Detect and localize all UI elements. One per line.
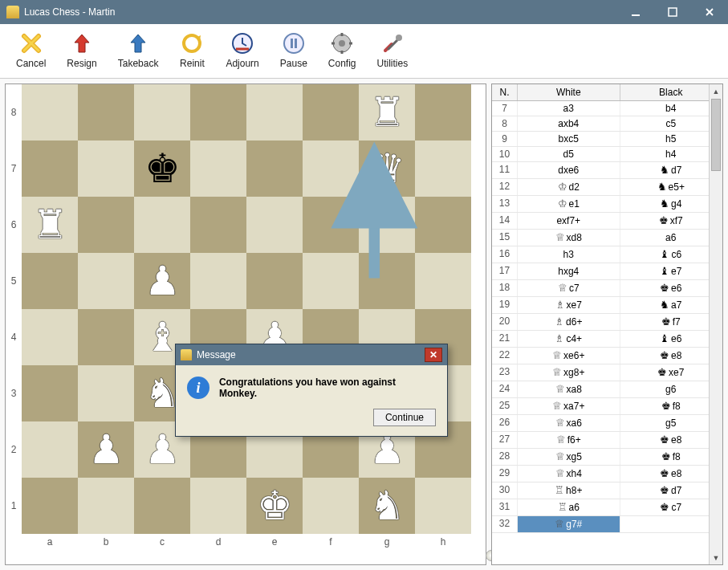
move-white[interactable]: ♕xe6+ — [518, 348, 620, 364]
move-black[interactable]: g6 — [620, 381, 723, 397]
move-row[interactable]: 15♕xd8a6 — [492, 230, 722, 246]
move-white[interactable]: ♕xh4 — [518, 466, 620, 482]
move-white[interactable]: d5 — [518, 147, 620, 161]
piece[interactable]: ♟ — [144, 261, 181, 301]
square-d7[interactable] — [190, 140, 246, 197]
move-black[interactable]: ♚f8 — [620, 398, 723, 414]
move-black[interactable]: ♚f8 — [620, 449, 723, 465]
square-g7[interactable]: ♛ — [359, 140, 415, 197]
square-c5[interactable]: ♟ — [134, 253, 190, 309]
chess-board[interactable]: 8♜7♚♛6♜5♟4♝♟3♞2♟♟♟1♚♞abcdefgh — [5, 83, 486, 565]
piece[interactable]: ♛ — [369, 149, 405, 189]
square-c7[interactable]: ♚ — [134, 140, 190, 197]
utilities-button[interactable]: Utilities — [376, 29, 410, 71]
square-d1[interactable] — [190, 478, 246, 534]
move-black[interactable]: g5 — [620, 415, 723, 431]
pause-button[interactable]: Pause — [279, 29, 309, 71]
move-white[interactable]: ♖a6 — [518, 499, 620, 515]
move-list-body[interactable]: 7a3b48axb4c59bxc5h510d5h411dxe6♞d712♔d2♞… — [492, 101, 722, 564]
move-row[interactable]: 23♕xg8+♚xe7 — [492, 364, 722, 381]
square-b8[interactable] — [78, 84, 134, 140]
continue-button[interactable]: Continue — [373, 409, 436, 426]
square-e1[interactable]: ♚ — [246, 478, 303, 534]
square-c6[interactable] — [134, 197, 190, 253]
move-black[interactable]: ♝e7 — [620, 263, 723, 279]
move-white[interactable]: dxe6 — [518, 162, 620, 178]
move-row[interactable]: 29♕xh4♚e8 — [492, 466, 722, 482]
square-b6[interactable] — [78, 197, 134, 253]
move-row[interactable]: 26♕xa6g5 — [492, 415, 722, 432]
col-n[interactable]: N. — [492, 84, 518, 100]
move-row[interactable]: 8axb4c5 — [492, 116, 722, 132]
move-white[interactable]: axb4 — [518, 116, 620, 131]
move-row[interactable]: 7a3b4 — [492, 101, 722, 116]
maximize-button[interactable] — [654, 1, 691, 23]
move-row[interactable]: 17hxg4♝e7 — [492, 263, 722, 280]
move-row[interactable]: 12♔d2♞e5+ — [492, 179, 722, 196]
move-black[interactable]: ♚xf7 — [620, 213, 723, 229]
square-a2[interactable] — [22, 421, 78, 478]
move-white[interactable]: hxg4 — [518, 263, 620, 279]
square-e8[interactable] — [246, 84, 303, 140]
move-white[interactable]: ♕c7 — [518, 280, 620, 296]
move-white[interactable]: h3 — [518, 246, 620, 263]
dialog-titlebar[interactable]: Message ✕ — [176, 344, 447, 365]
square-h7[interactable] — [415, 140, 471, 197]
move-row[interactable]: 16h3♝c6 — [492, 246, 722, 263]
move-row[interactable]: 31♖a6♚c7 — [492, 499, 722, 516]
square-a5[interactable] — [22, 253, 78, 309]
move-row[interactable]: 27♕f6+♚e8 — [492, 432, 722, 449]
move-white[interactable]: ♕xa8 — [518, 381, 620, 397]
move-row[interactable]: 28♕xg5♚f8 — [492, 449, 722, 466]
move-row[interactable]: 18♕c7♚e6 — [492, 280, 722, 297]
takeback-button[interactable]: Takeback — [116, 29, 161, 71]
move-white[interactable]: ♔d2 — [518, 179, 620, 195]
move-white[interactable]: ♕f6+ — [518, 432, 620, 448]
square-f8[interactable] — [303, 84, 359, 140]
move-row[interactable]: 10d5h4 — [492, 147, 722, 162]
move-white[interactable]: ♕g7# — [518, 516, 620, 532]
move-white[interactable]: ♔e1 — [518, 196, 620, 212]
square-h1[interactable] — [415, 478, 471, 534]
square-f1[interactable] — [303, 478, 359, 534]
square-e6[interactable] — [246, 197, 303, 253]
scroll-thumb[interactable] — [711, 99, 721, 171]
move-black[interactable]: ♚d7 — [620, 482, 723, 499]
square-b1[interactable] — [78, 478, 134, 534]
move-row[interactable]: 21♗c4+♝e6 — [492, 331, 722, 348]
square-c1[interactable] — [134, 478, 190, 534]
move-row[interactable]: 30♖h8+♚d7 — [492, 482, 722, 499]
piece[interactable]: ♟ — [88, 430, 124, 470]
move-row[interactable]: 25♕xa7+♚f8 — [492, 398, 722, 415]
square-a8[interactable] — [22, 84, 78, 140]
move-black[interactable]: ♚e8 — [620, 348, 723, 364]
move-white[interactable]: ♗d6+ — [518, 314, 620, 330]
move-row[interactable]: 24♕xa8g6 — [492, 381, 722, 398]
square-f5[interactable] — [303, 253, 359, 309]
cancel-button[interactable]: Cancel — [14, 29, 47, 71]
move-row[interactable]: 19♗xe7♞a7 — [492, 297, 722, 314]
move-black[interactable]: a6 — [620, 230, 723, 246]
adjourn-button[interactable]: Adjourn — [224, 29, 260, 71]
square-a1[interactable] — [22, 478, 78, 534]
move-black[interactable]: ♚e6 — [620, 280, 723, 296]
scroll-up-icon[interactable]: ▲ — [710, 84, 722, 98]
move-black[interactable]: h4 — [620, 147, 723, 161]
scroll-down-icon[interactable]: ▼ — [710, 551, 722, 564]
move-black[interactable]: b4 — [620, 101, 723, 116]
move-row[interactable]: 9bxc5h5 — [492, 132, 722, 147]
square-g1[interactable]: ♞ — [359, 478, 415, 534]
col-white[interactable]: White — [518, 84, 620, 100]
piece[interactable]: ♚ — [257, 486, 293, 526]
square-d6[interactable] — [190, 197, 246, 253]
move-black[interactable]: ♝e6 — [620, 331, 723, 347]
move-row[interactable]: 20♗d6+♚f7 — [492, 314, 722, 331]
move-black[interactable]: ♚xe7 — [620, 364, 723, 381]
move-black[interactable]: ♚f7 — [620, 314, 723, 330]
move-white[interactable]: ♗xe7 — [518, 297, 620, 313]
move-white[interactable]: ♕xa6 — [518, 415, 620, 431]
move-black[interactable]: ♞a7 — [620, 297, 723, 313]
square-g8[interactable]: ♜ — [359, 84, 415, 140]
move-white[interactable]: ♖h8+ — [518, 482, 620, 499]
square-e7[interactable] — [246, 140, 303, 197]
